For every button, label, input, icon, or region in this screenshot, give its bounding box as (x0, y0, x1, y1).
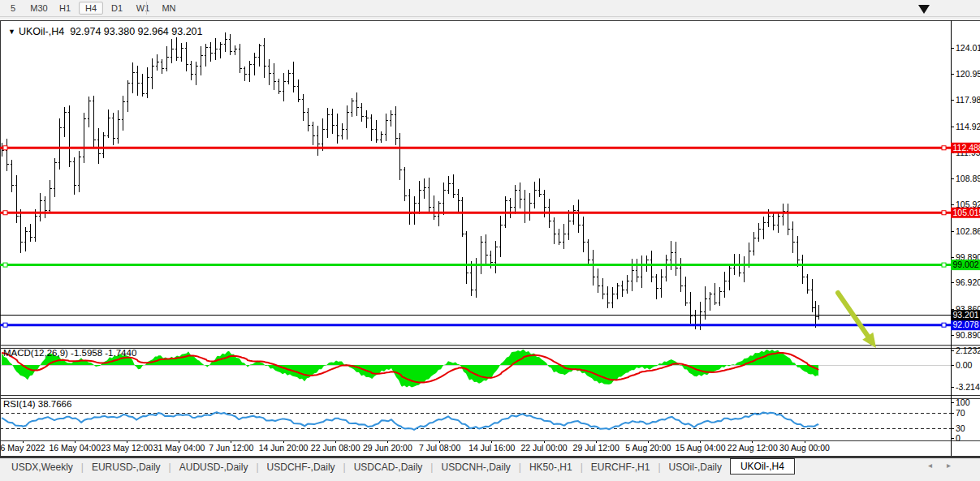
rsi-axis-label: 100 (956, 397, 970, 407)
tab-usdx-weekly[interactable]: USDX,Weekly (3, 461, 81, 474)
tab-usdchf-daily[interactable]: USDCHF-,Daily (259, 461, 343, 474)
resistance-line-upper-handle[interactable] (942, 146, 946, 150)
macd-axis-label: 0.00 (956, 360, 973, 370)
date-tick-label: 5 Aug 20:00 (625, 443, 671, 453)
timeframe-button-d1[interactable]: D1 (105, 2, 129, 15)
price-tick-label: 90.890 (956, 330, 980, 340)
price-tick-label: 124.010 (956, 43, 980, 53)
price-tick-label: 117.980 (956, 95, 980, 105)
tab-usdcad-daily[interactable]: USDCAD-,Daily (346, 461, 431, 474)
tabs-scroll-arrows: ◂▸ (928, 461, 965, 470)
support-line-blue-handle[interactable] (3, 323, 7, 327)
date-tick-label: 30 Aug 00:00 (779, 443, 830, 453)
svg-text:112.488: 112.488 (953, 143, 980, 152)
date-tick-label: 23 May 12:00 (101, 443, 153, 453)
support-line-green-handle[interactable] (3, 263, 7, 267)
svg-text:93.201: 93.201 (953, 310, 979, 320)
rsi-axis-label: 0 (956, 433, 961, 443)
price-tick-label: 120.950 (956, 69, 980, 79)
rsi-name: RSI(14) (3, 399, 36, 409)
ohlc-values: 92.974 93.380 92.964 93.201 (70, 26, 202, 37)
svg-text:92.078: 92.078 (953, 320, 979, 329)
svg-text:99.002: 99.002 (953, 260, 979, 269)
date-tick-label: 29 Jul 12:00 (573, 443, 620, 453)
chart-tabbar: USDX,Weekly|EURUSD-,Daily|AUDUSD-,Daily|… (0, 457, 980, 481)
timeframe-buttons: 5M30H1H4D1W1MN (0, 0, 182, 16)
macd-values: -1.5958 -1.7440 (71, 348, 136, 358)
macd-name: MACD(12,26,9) (3, 348, 68, 358)
svg-text:105.015: 105.015 (953, 208, 980, 217)
support-line-green-handle[interactable] (942, 263, 946, 267)
tab-ukoil-h4[interactable]: UKOil-,H4 (730, 458, 795, 475)
tab-eurchf-h1[interactable]: EURCHF-,H1 (583, 461, 658, 474)
resistance-line-lower-handle[interactable] (3, 211, 7, 215)
date-tick-label: 7 Jul 08:00 (419, 443, 461, 453)
symbol-title: UKOil-,H4 (19, 26, 64, 37)
date-tick-label: 29 Jun 20:00 (363, 443, 412, 453)
rsi-indicator-label: RSI(14) 38.7666 (3, 399, 71, 409)
timeframe-button-m30[interactable]: M30 (27, 2, 51, 15)
rsi-value: 38.7666 (38, 399, 72, 409)
date-tick-label: 15 Aug 04:00 (676, 443, 726, 453)
tab-usoil-daily[interactable]: USOil-,Daily (661, 461, 730, 474)
toolbar-separator (146, 2, 147, 15)
chart-region: 124.010120.950117.980114.920111.950108.8… (0, 20, 980, 457)
date-tick-label: 14 Jun 20:00 (259, 443, 309, 453)
date-tick-label: 22 Jun 08:00 (311, 443, 360, 453)
macd-axis-label: 2.1232 (956, 346, 980, 355)
date-tick-label: 14 Jul 16:00 (468, 443, 515, 453)
tabs-scroll-right-icon[interactable]: ▸ (947, 461, 965, 470)
timeframe-button-mn[interactable]: MN (157, 2, 181, 15)
resistance-line-upper-handle[interactable] (3, 146, 7, 150)
macd-axis-label: -3.2148 (956, 382, 980, 392)
chart-tabs: USDX,Weekly|EURUSD-,Daily|AUDUSD-,Daily|… (3, 458, 795, 475)
timeframe-toolbar: 5M30H1H4D1W1MN (0, 0, 980, 17)
timeframe-button-5[interactable]: 5 (1, 2, 25, 15)
tab-usdcnh-daily[interactable]: USDCNH-,Daily (433, 461, 518, 474)
symbol-dropdown-icon[interactable]: ▼ (8, 28, 15, 36)
chart-legend: ▼UKOil-,H4 92.974 93.380 92.964 93.201 (8, 26, 203, 37)
macd-indicator-label: MACD(12,26,9) -1.5958 -1.7440 (3, 348, 136, 358)
date-tick-label: 16 May 04:00 (49, 443, 101, 453)
price-tick-label: 102.860 (956, 226, 980, 236)
date-tick-label: 22 Aug 12:00 (727, 443, 778, 453)
tab-hk50-h1[interactable]: HK50-,H1 (521, 461, 581, 474)
tab-audusd-daily[interactable]: AUDUSD-,Daily (171, 461, 257, 474)
rsi-axis-label: 30 (956, 423, 965, 433)
price-tick-label: 108.890 (956, 174, 980, 183)
timeframe-button-h4[interactable]: H4 (79, 2, 103, 15)
timeframe-button-w1[interactable]: W1 (131, 2, 155, 15)
price-tick-label: 114.920 (956, 122, 980, 131)
mt4-window: 5M30H1H4D1W1MN 124.010120.950117.980114.… (0, 0, 980, 481)
date-tick-label: 7 Jun 12:00 (209, 443, 253, 453)
price-tick-label: 96.920 (956, 277, 980, 287)
support-line-blue-handle[interactable] (942, 323, 946, 327)
tab-eurusd-daily[interactable]: EURUSD-,Daily (84, 461, 169, 474)
rsi-axis-label: 70 (956, 408, 965, 418)
date-tick-label: 22 Jul 00:00 (520, 443, 567, 453)
chart-shift-icon[interactable] (918, 5, 930, 14)
chart-canvas[interactable]: 124.010120.950117.980114.920111.950108.8… (0, 20, 980, 457)
date-tick-label: 6 May 2022 (1, 443, 45, 453)
timeframe-button-h1[interactable]: H1 (53, 2, 77, 15)
date-tick-label: 31 May 04:00 (153, 443, 205, 453)
tabs-scroll-left-icon[interactable]: ◂ (928, 461, 947, 470)
resistance-line-lower-handle[interactable] (942, 211, 946, 215)
